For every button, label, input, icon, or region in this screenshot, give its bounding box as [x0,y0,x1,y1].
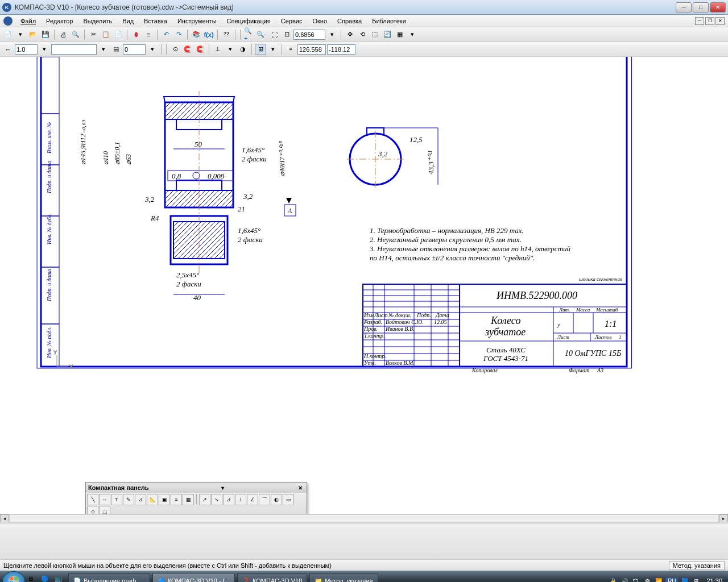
copy-button[interactable]: 📋 [100,29,111,40]
cp-tool2-button[interactable]: ↘ [211,494,222,505]
cp-tool6-button[interactable]: ⌒ [259,494,270,505]
minimize-button[interactable]: ─ [676,2,692,13]
cp-tool5-button[interactable]: ∠ [247,494,258,505]
menu-help[interactable]: Справка [333,16,366,26]
tray-icon-3[interactable]: 🛡 [631,576,640,582]
taskbar-item-2[interactable]: 🔷 КОМПАС-3D V10 - [... [152,573,235,582]
menu-edit[interactable]: Редактор [42,16,77,26]
tray-icon-1[interactable]: 🔒 [609,576,618,582]
tray-icon-6[interactable]: 🟦 [680,576,689,582]
layer-dropdown[interactable]: ▾ [147,44,158,55]
cp-tool1-button[interactable]: ↗ [199,494,210,505]
menu-spec[interactable]: Спецификация [222,16,275,26]
layer-button[interactable]: ▤ [110,44,122,55]
new-dropdown[interactable]: ▾ [15,29,26,40]
maximize-button[interactable]: □ [693,2,709,13]
menu-insert[interactable]: Вставка [139,16,172,26]
coord-x-input[interactable] [297,44,326,55]
menu-window[interactable]: Окно [308,16,332,26]
round-button[interactable]: ◑ [237,44,249,55]
cp-param-button[interactable]: ⊿ [135,494,146,505]
compact-panel-pin-icon[interactable]: ▾ [218,484,226,492]
display-button[interactable]: ▦ [394,29,406,40]
clock[interactable]: 21:30 [703,577,726,582]
cp-geom-button[interactable]: ╲ [87,494,98,505]
local-cs-button[interactable]: ⌖ [285,44,296,55]
start-button[interactable] [2,571,25,582]
zoom-window-button[interactable]: ⛶ [268,29,280,40]
cp-tool7-button[interactable]: ◐ [271,494,282,505]
menu-select[interactable]: Выделить [78,16,117,26]
refresh-button[interactable]: 🔄 [382,29,393,40]
language-indicator[interactable]: RU [665,577,678,583]
mdi-restore-button[interactable]: ❐ [705,17,714,25]
save-button[interactable]: 💾 [40,29,51,40]
taskbar-item-3[interactable]: ❓ КОМПАС-3D V10 [237,573,307,582]
zoom-prev-button[interactable]: ⟲ [357,29,368,40]
tray-icon-7[interactable]: 🖥 [692,576,701,582]
zoom-value-input[interactable] [293,30,325,40]
cp-tool9-button[interactable]: ◇ [87,506,98,514]
scroll-right-button[interactable]: ▸ [719,514,728,522]
tray-icon-2[interactable]: 🔊 [620,576,629,582]
cp-tool4-button[interactable]: ⊥ [235,494,246,505]
tray-icon-5[interactable]: 📶 [654,576,663,582]
step-input[interactable] [15,44,38,55]
cp-tool8-button[interactable]: ▭ [283,494,294,505]
menu-service[interactable]: Сервис [276,16,307,26]
props-button[interactable]: ⬮ [130,29,142,40]
cp-tool10-button[interactable]: ⬚ [99,506,110,514]
library-button[interactable]: 📚 [191,29,202,40]
grid-button[interactable]: ⊞ [255,44,266,55]
mdi-minimize-button[interactable]: ─ [695,17,704,25]
zoom-dropdown[interactable]: ▾ [326,29,338,40]
var-button[interactable]: f(x) [203,29,214,40]
layer-input[interactable] [123,44,146,55]
taskbar-item-1[interactable]: 📄 Выполнение граф. ... [68,573,150,582]
help-context-button[interactable]: ⁇ [221,29,232,40]
undo-button[interactable]: ↶ [160,29,172,40]
display-dropdown[interactable]: ▾ [407,29,418,40]
new-button[interactable]: 📄 [2,29,14,40]
cp-select-button[interactable]: ▣ [159,494,170,505]
style-input[interactable] [51,44,97,55]
tree-button[interactable]: ≡ [143,29,154,40]
zoom-in-button[interactable]: 🔍+ [243,29,255,40]
menu-tools[interactable]: Инструменты [173,16,221,26]
scroll-left-button[interactable]: ◂ [0,514,9,522]
compact-panel-close-icon[interactable]: ✕ [296,484,304,492]
compact-panel[interactable]: Компактная панель ▾ ✕ ╲ ↔ T ✎ ⊿ 📐 ▣ ≡ ▦ … [85,482,307,514]
quick-launch-1[interactable]: 🖥 [27,575,39,582]
quick-launch-3[interactable]: 📺 [55,575,66,582]
menu-file[interactable]: Файл [16,16,40,26]
zoom-scale-button[interactable]: ⊡ [281,29,292,40]
cp-spec-button[interactable]: ≡ [171,494,182,505]
step-button[interactable]: ↔ [2,44,14,55]
snap3-button[interactable]: 🧲 [195,44,206,55]
horizontal-scrollbar[interactable]: ◂ ▸ [0,514,728,523]
drawing-area[interactable]: Подп. и дата Инв. № дубл. Взам. инв. № П… [0,57,728,514]
coord-y-input[interactable] [327,44,355,55]
compact-panel-title[interactable]: Компактная панель ▾ ✕ [86,483,307,493]
cp-measure-button[interactable]: 📐 [147,494,158,505]
zoom-out-button[interactable]: 🔍- [256,29,267,40]
cp-edit-button[interactable]: ✎ [123,494,134,505]
close-button[interactable]: ✕ [710,2,726,13]
style-dropdown[interactable]: ▾ [98,44,109,55]
cp-report-button[interactable]: ▦ [183,494,194,505]
ortho-dropdown[interactable]: ▾ [225,44,236,55]
print-button[interactable]: 🖨 [57,29,69,40]
ortho-button[interactable]: ⊥ [212,44,224,55]
paste-button[interactable]: 📄 [113,29,124,40]
cp-dim-button[interactable]: ↔ [99,494,110,505]
cp-annot-button[interactable]: T [111,494,122,505]
snap2-button[interactable]: 🧲 [182,44,193,55]
redo-button[interactable]: ↷ [173,29,184,40]
preview-button[interactable]: 🔍 [70,29,81,40]
menu-libraries[interactable]: Библиотеки [367,16,411,26]
taskbar-item-4[interactable]: 📁 Метод. указания [309,573,378,582]
cp-tool3-button[interactable]: ⊿ [223,494,234,505]
zoom-all-button[interactable]: ⬚ [369,29,380,40]
open-button[interactable]: 📂 [27,29,39,40]
snap1-button[interactable]: ⊙ [169,44,181,55]
